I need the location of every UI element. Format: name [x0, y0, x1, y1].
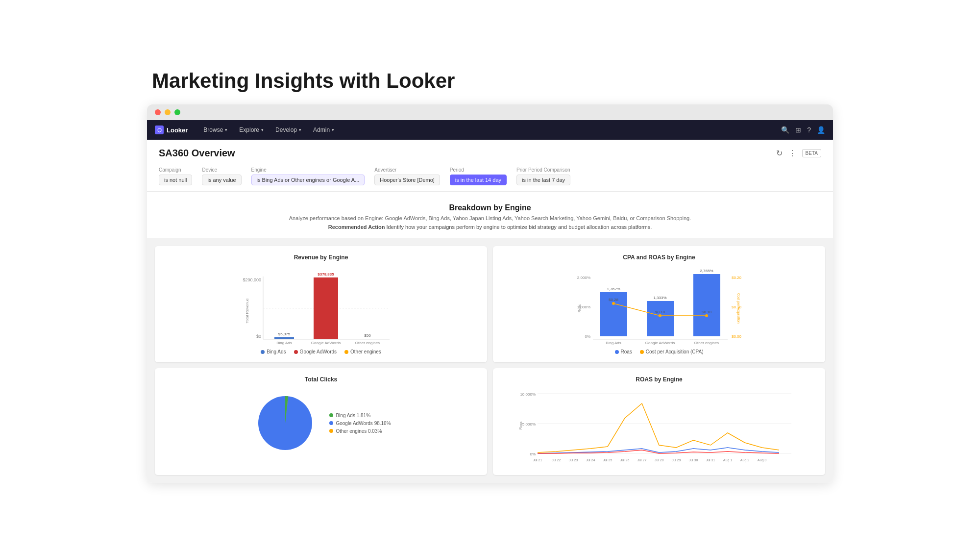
cpa-dot [640, 350, 644, 354]
campaign-chip[interactable]: is not null [159, 175, 192, 185]
svg-text:Jul 28: Jul 28 [655, 458, 664, 462]
browser-dot-yellow[interactable] [165, 109, 171, 115]
revenue-by-engine-card: Revenue by Engine $200,000 $0 [155, 246, 487, 362]
svg-rect-9 [358, 339, 377, 339]
grid-icon[interactable]: ⊞ [795, 126, 801, 134]
roas-line-svg: 10,000% 5,000% 0% [501, 389, 817, 465]
brand-label: Looker [167, 126, 188, 134]
other-dot [344, 350, 348, 354]
svg-text:Jul 21: Jul 21 [533, 458, 542, 462]
svg-text:Jul 22: Jul 22 [552, 458, 561, 462]
pie-legend: Bing Ads 1.81% Google AdWords 98.16% Oth… [329, 413, 391, 434]
other-label: Other engines [350, 349, 381, 354]
breakdown-subtitle: Analyze performance based on Engine: Goo… [159, 215, 821, 221]
period-chip[interactable]: is in the last 14 day [450, 175, 507, 185]
engine-label: Engine [251, 167, 365, 173]
filter-device: Device is any value [202, 167, 241, 185]
roas-by-engine-card: ROAS by Engine 10,000% 5,000% 0% [493, 368, 825, 475]
google-dot [294, 350, 298, 354]
svg-point-29 [705, 314, 708, 317]
svg-text:Aug 2: Aug 2 [740, 458, 749, 462]
prior-period-chip[interactable]: is in the last 7 day [516, 175, 570, 185]
nav-develop[interactable]: Develop ▾ [270, 120, 307, 140]
nav-browse[interactable]: Browse ▾ [197, 120, 233, 140]
google-label: Google AdWords [300, 349, 337, 354]
bing-dot [261, 350, 265, 354]
filter-advertiser: Advertiser Hooper's Store [Demo] [374, 167, 440, 185]
browser-dot-green[interactable] [174, 109, 180, 115]
svg-point-27 [612, 302, 615, 305]
svg-text:Aug 3: Aug 3 [758, 458, 766, 462]
svg-text:Roas: Roas [519, 421, 522, 429]
svg-text:5,000%: 5,000% [522, 422, 536, 427]
pie-google-dot [329, 421, 333, 425]
svg-text:$0.10: $0.10 [702, 310, 712, 314]
engine-chip[interactable]: is Bing Ads or Other engines or Google A… [251, 175, 365, 185]
svg-rect-5 [274, 337, 294, 339]
svg-text:$0.20: $0.20 [732, 276, 742, 280]
cpa-roas-card: CPA and ROAS by Engine 2,000% 1,000% 0% … [493, 246, 825, 362]
advertiser-chip[interactable]: Hooper's Store [Demo] [374, 175, 440, 185]
filter-campaign: Campaign is not null [159, 167, 192, 185]
user-icon[interactable]: 👤 [817, 126, 825, 134]
help-icon[interactable]: ? [807, 126, 811, 134]
svg-text:$50: $50 [364, 333, 371, 338]
more-options-button[interactable]: ⋮ [788, 149, 796, 158]
filter-prior-period: Prior Period Comparison is in the last 7… [516, 167, 570, 185]
advertiser-label: Advertiser [374, 167, 440, 173]
cpa-label: Cost per Acquisition (CPA) [646, 349, 704, 354]
cpa-roas-legend: Roas Cost per Acquisition (CPA) [501, 349, 817, 354]
pie-bing-dot [329, 413, 333, 417]
dashboard-title: SA360 Overview [159, 148, 235, 159]
svg-text:Google AdWords: Google AdWords [645, 341, 675, 345]
roas-label: Roas [621, 349, 632, 354]
filters-bar: Campaign is not null Device is any value… [147, 163, 833, 192]
page-wrapper: Marketing Insights with Looker ⬡ Looker … [147, 69, 833, 483]
recommended-action-text: Identify how your campaigns perform by e… [387, 224, 652, 230]
nav-actions: 🔍 ⊞ ? 👤 [781, 126, 825, 134]
svg-text:Bing Ads: Bing Ads [606, 341, 621, 345]
revenue-legend: Bing Ads Google AdWords Other engines [163, 349, 479, 354]
nav-explore[interactable]: Explore ▾ [233, 120, 270, 140]
svg-text:2,765%: 2,765% [700, 269, 713, 273]
cpa-roas-chart-area: 2,000% 1,000% 0% $0.20 $0.10 $0.00 [501, 267, 817, 345]
svg-text:$0.00: $0.00 [732, 334, 742, 339]
pie-google-label: Google AdWords 98.16% [336, 421, 391, 426]
svg-point-28 [659, 314, 662, 317]
svg-text:$200,000: $200,000 [243, 277, 261, 282]
refresh-button[interactable]: ↻ [776, 149, 783, 158]
svg-text:Jul 25: Jul 25 [603, 458, 612, 462]
search-icon[interactable]: 🔍 [781, 126, 789, 134]
svg-rect-7 [314, 277, 338, 339]
svg-text:$0: $0 [256, 334, 261, 339]
pie-other-label: Other engines 0.03% [336, 428, 382, 434]
total-clicks-pie-area: Bing Ads 1.81% Google AdWords 98.16% Oth… [163, 389, 479, 457]
nav-admin[interactable]: Admin ▾ [307, 120, 340, 140]
svg-text:$0.10: $0.10 [655, 310, 665, 314]
filter-engine: Engine is Bing Ads or Other engines or G… [251, 167, 365, 185]
svg-text:2,000%: 2,000% [577, 276, 590, 280]
nav-brand[interactable]: ⬡ Looker [155, 125, 188, 134]
pie-bing: Bing Ads 1.81% [329, 413, 391, 418]
svg-text:Jul 30: Jul 30 [689, 458, 698, 462]
svg-text:Aug 1: Aug 1 [723, 458, 732, 462]
legend-cpa: Cost per Acquisition (CPA) [640, 349, 704, 354]
legend-google: Google AdWords [294, 349, 337, 354]
total-clicks-card: Total Clicks [155, 368, 487, 475]
pie-bing-label: Bing Ads 1.81% [336, 413, 370, 418]
pie-google: Google AdWords 98.16% [329, 421, 391, 426]
recommended-action: Recommended Action Identify how your cam… [159, 224, 821, 230]
bing-label: Bing Ads [267, 349, 286, 354]
roas-dot [615, 350, 619, 354]
svg-text:10,000%: 10,000% [520, 392, 536, 397]
revenue-chart-svg: $200,000 $0 $5, [163, 267, 479, 345]
legend-roas: Roas [615, 349, 632, 354]
svg-text:Google AdWords: Google AdWords [311, 341, 341, 345]
device-chip[interactable]: is any value [202, 175, 241, 185]
browser-dot-red[interactable] [155, 109, 161, 115]
svg-text:Jul 23: Jul 23 [569, 458, 578, 462]
roas-chart-title: ROAS by Engine [501, 376, 817, 383]
total-clicks-title: Total Clicks [163, 376, 479, 383]
explore-chevron: ▾ [261, 127, 264, 132]
nav-menu: Browse ▾ Explore ▾ Develop ▾ Admin ▾ [197, 120, 781, 140]
